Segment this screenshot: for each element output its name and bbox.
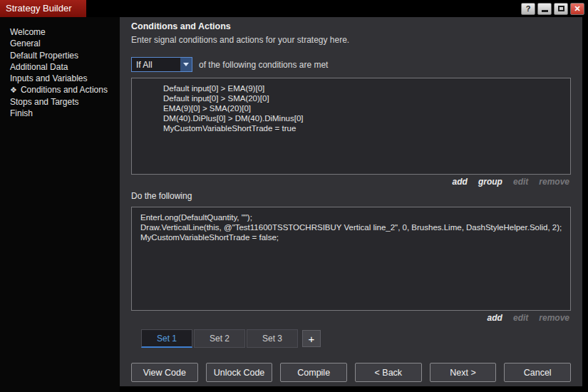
sidebar-item-label: Stops and Targets — [10, 97, 79, 107]
group-link[interactable]: group — [478, 177, 502, 187]
conditions-caption: of the following conditions are met — [199, 60, 328, 70]
unlock-code-button[interactable]: Unlock Code — [206, 363, 273, 382]
remove-link: remove — [539, 313, 569, 324]
window-title: Strategy Builder — [0, 0, 86, 17]
sidebar-item-label: Welcome — [10, 27, 46, 37]
minimize-button[interactable] — [537, 3, 552, 15]
cancel-button[interactable]: Cancel — [504, 363, 571, 382]
sidebar-item-label: Finish — [10, 108, 33, 118]
close-icon: ✕ — [574, 4, 580, 14]
conditions-links: addgroupeditremove — [131, 177, 571, 187]
back-button[interactable]: < Back — [355, 363, 422, 382]
set-tabs: Set 1Set 2Set 3+ — [141, 329, 571, 348]
sidebar-item-inputs-and-variables[interactable]: Inputs and Variables — [0, 73, 120, 84]
window-controls: ? ✕ — [521, 3, 588, 15]
condition-item[interactable]: DM(40).DiPlus[0] > DM(40).DiMinus[0] — [163, 113, 564, 123]
sidebar-item-label: Inputs and Variables — [10, 73, 88, 83]
action-item[interactable]: MyCustomVariableShortTrade = false; — [140, 232, 564, 242]
edit-link: edit — [513, 313, 528, 324]
add-set-tab-button[interactable]: + — [302, 330, 321, 347]
dropdown-selected-value: If All — [132, 60, 153, 70]
condition-item[interactable]: EMA(9)[0] > SMA(20)[0] — [163, 103, 564, 113]
condition-item[interactable]: Default input[0] > EMA(9)[0] — [163, 83, 564, 93]
conditions-operator-dropdown[interactable]: If All — [131, 57, 192, 72]
next-button[interactable]: Next > — [430, 363, 497, 382]
sidebar-item-label: General — [10, 38, 41, 48]
sidebar-item-finish[interactable]: Finish — [0, 108, 120, 119]
sidebar-nav: WelcomeGeneralDefault PropertiesAddition… — [0, 17, 120, 392]
sidebar-item-welcome[interactable]: Welcome — [0, 26, 120, 38]
maximize-icon — [558, 6, 564, 11]
action-item[interactable]: EnterLong(DefaultQuantity, ""); — [140, 212, 564, 222]
compile-button[interactable]: Compile — [280, 363, 347, 382]
tab-set-1[interactable]: Set 1 — [141, 329, 192, 348]
conditions-list[interactable]: Default input[0] > EMA(9)[0]Default inpu… — [131, 78, 571, 175]
actions-label: Do the following — [131, 191, 571, 201]
condition-item[interactable]: Default input[0] > SMA(20)[0] — [163, 93, 564, 103]
help-button[interactable]: ? — [521, 3, 535, 15]
close-button[interactable]: ✕ — [570, 3, 584, 15]
action-item[interactable]: Draw.VerticalLine(this, @"Test11600TSSTO… — [140, 222, 564, 232]
sidebar-item-label: Conditions and Actions — [21, 85, 108, 95]
sidebar-item-label: Additional Data — [10, 62, 68, 72]
strategy-builder-window: Strategy Builder ? ✕ WelcomeGeneralDefau… — [0, 0, 588, 392]
add-link[interactable]: add — [453, 177, 468, 187]
view-code-button[interactable]: View Code — [131, 363, 198, 382]
actions-list[interactable]: EnterLong(DefaultQuantity, "");Draw.Vert… — [131, 207, 571, 311]
sidebar-item-additional-data[interactable]: Additional Data — [0, 61, 120, 73]
active-page-icon: ❖ — [10, 85, 17, 95]
help-icon: ? — [526, 4, 531, 13]
remove-link: remove — [539, 177, 569, 187]
sidebar-item-general[interactable]: General — [0, 38, 120, 49]
sidebar-item-conditions-and-actions[interactable]: ❖Conditions and Actions — [0, 84, 120, 96]
conditions-operator-row: If All of the following conditions are m… — [131, 57, 571, 72]
chevron-down-icon — [180, 58, 192, 71]
sidebar-item-stops-and-targets[interactable]: Stops and Targets — [0, 96, 120, 108]
maximize-button[interactable] — [554, 3, 568, 15]
edit-link: edit — [513, 177, 528, 187]
add-link[interactable]: add — [488, 313, 502, 324]
page-description: Enter signal conditions and actions for … — [131, 35, 571, 45]
condition-item[interactable]: MyCustomVariableShortTrade = true — [163, 123, 564, 133]
title-bar[interactable]: Strategy Builder ? ✕ — [0, 0, 588, 17]
window-body: WelcomeGeneralDefault PropertiesAddition… — [0, 17, 588, 392]
main-panel: Conditions and Actions Enter signal cond… — [120, 17, 582, 386]
sidebar-item-label: Default Properties — [10, 51, 78, 61]
tab-set-3[interactable]: Set 3 — [247, 329, 298, 348]
actions-links: addeditremove — [131, 313, 571, 324]
sidebar-item-default-properties[interactable]: Default Properties — [0, 50, 120, 61]
tab-set-2[interactable]: Set 2 — [194, 329, 245, 348]
bottom-buttons: View CodeUnlock CodeCompile< BackNext >C… — [131, 363, 571, 382]
minimize-icon — [542, 10, 548, 12]
page-title: Conditions and Actions — [131, 21, 571, 31]
